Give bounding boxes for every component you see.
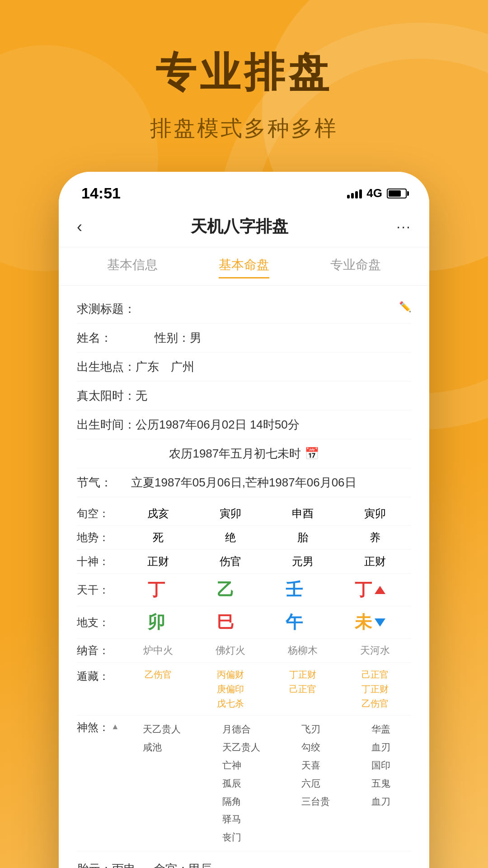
network-type: 4G: [366, 186, 382, 200]
phone-frame: 14:51 4G ‹ 天机八字排盘 ··· 基本信息: [59, 172, 429, 868]
shishen-chart-val-1: 伤官: [220, 554, 241, 569]
tab-basic-info[interactable]: 基本信息: [107, 256, 158, 278]
info-row-solar: 真太阳时： 无: [77, 382, 411, 410]
value-birthtime1: 公历1987年06月02日 14时50分: [136, 417, 411, 433]
shengao-col-1: 月德合天乙贵人亡神孤辰隔角驿马丧门: [222, 720, 260, 846]
label-jieqi: 节气：: [77, 475, 131, 491]
xunkong-val-2: 申酉: [292, 506, 314, 521]
nayin-row: 纳音： 炉中火 佛灯火 杨柳木 天河水: [77, 639, 411, 663]
label-solar: 真太阳时：: [77, 388, 136, 404]
dishi-values: 死 绝 胎 养: [122, 530, 411, 545]
label-birthplace: 出生地点：: [77, 359, 136, 375]
info-row-birthtime2: 农历1987年五月初七未时 📅: [77, 439, 411, 468]
tiangan-val-1: 乙: [217, 578, 234, 601]
canggan-values: 乙伤官 丙偏财庚偏印戊七杀 丁正财己正官 己正官丁正财乙伤官: [122, 667, 411, 711]
status-icons: 4G: [347, 186, 407, 200]
shishen-chart-label: 十神：: [77, 554, 122, 569]
nayin-values: 炉中火 佛灯火 杨柳木 天河水: [122, 644, 411, 657]
canggan-val-1: 丙偏财庚偏印戊七杀: [217, 667, 244, 711]
calendar-icon: 📅: [305, 447, 319, 460]
tiangan-val-2: 壬: [286, 578, 303, 601]
dishi-val-2: 胎: [297, 530, 308, 545]
dizhi-val-2: 午: [286, 611, 303, 634]
nayin-val-0: 炉中火: [143, 644, 173, 657]
shengao-col-2: 飞刃勾绞天喜六厄三台贵: [301, 720, 330, 846]
info-row-jieqi: 节气： 立夏1987年05月06日,芒种1987年06月06日: [77, 468, 411, 497]
taiyuan-row: 胎元：丙申 命宫：甲辰: [77, 859, 411, 868]
dizhi-val-3-wrap: 未: [355, 611, 385, 634]
dizhi-val-1: 巳: [217, 611, 234, 634]
shishen-chart-values: 正财 伤官 元男 正财: [122, 554, 411, 569]
tiangan-val-0: 丁: [148, 578, 165, 601]
dizhi-label: 地支：: [77, 615, 122, 630]
taiyuan-value: 胎元：丙申: [77, 861, 136, 868]
value-solar: 无: [136, 388, 411, 404]
canggan-val-2: 丁正财己正官: [289, 667, 316, 711]
nayin-val-3: 天河水: [360, 644, 390, 657]
phone-container: 14:51 4G ‹ 天机八字排盘 ··· 基本信息: [59, 172, 429, 868]
xunkong-val-0: 戌亥: [147, 506, 169, 521]
info-row-qiuce: 求测标题： ✏️: [77, 295, 411, 324]
shengao-expand-icon[interactable]: ▲: [111, 722, 119, 731]
tiangan-label: 天干：: [77, 583, 122, 597]
tab-basic-chart[interactable]: 基本命盘: [219, 256, 269, 278]
dishi-val-1: 绝: [225, 530, 236, 545]
dishi-row: 地势： 死 绝 胎 养: [77, 526, 411, 550]
info-row-birthtime1: 出生时间： 公历1987年06月02日 14时50分: [77, 410, 411, 439]
main-title: 专业排盘: [0, 45, 488, 100]
dizhi-row: 地支： 卯 巳 午 未: [77, 606, 411, 639]
nayin-val-2: 杨柳木: [288, 644, 318, 657]
value-jieqi: 立夏1987年05月06日,芒种1987年06月06日: [131, 475, 411, 491]
canggan-label: 遁藏：: [77, 667, 122, 684]
value-name: 性别：男: [131, 330, 411, 346]
shengao-col-3: 华盖血刃国印五鬼血刀: [371, 720, 390, 846]
label-name: 姓名：: [77, 330, 131, 346]
tiangan-val-3: 丁: [355, 578, 372, 601]
dizhi-val-3: 未: [355, 611, 372, 634]
battery-icon: [387, 189, 407, 198]
canggan-row: 遁藏： 乙伤官 丙偏财庚偏印戊七杀 丁正财己正官 己正官丁正财乙伤官: [77, 663, 411, 716]
info-row-name: 姓名： 性别：男: [77, 324, 411, 353]
status-time: 14:51: [81, 184, 121, 202]
nayin-label: 纳音：: [77, 643, 122, 658]
chart-section: 旬空： 戌亥 寅卯 申酉 寅卯 地势： 死 绝 胎 养: [77, 502, 411, 851]
shengao-row: 神煞： ▲ 天乙贵人咸池 月德合天乙贵人亡神孤辰隔角驿马丧门 飞刃勾绞天喜六厄三…: [77, 716, 411, 851]
tiangan-val-3-wrap: 丁: [355, 578, 385, 601]
shishen-chart-val-3: 正财: [364, 554, 386, 569]
xunkong-label: 旬空：: [77, 506, 122, 521]
nayin-val-1: 佛灯火: [216, 644, 245, 657]
edit-icon[interactable]: ✏️: [399, 301, 411, 313]
label-birthtime1: 出生时间：: [77, 417, 136, 433]
dishi-val-0: 死: [153, 530, 164, 545]
back-button[interactable]: ‹: [77, 217, 82, 236]
shengao-col-0: 天乙贵人咸池: [143, 720, 181, 846]
dishi-label: 地势：: [77, 530, 122, 545]
value-birthplace: 广东 广州: [136, 359, 411, 375]
shengao-values: 天乙贵人咸池 月德合天乙贵人亡神孤辰隔角驿马丧门 飞刃勾绞天喜六厄三台贵 华盖血…: [122, 720, 411, 846]
info-row-birthplace: 出生地点： 广东 广州: [77, 353, 411, 382]
sub-title: 排盘模式多种多样: [0, 114, 488, 143]
tab-pro-chart[interactable]: 专业命盘: [330, 256, 381, 278]
shishen-chart-val-2: 元男: [292, 554, 314, 569]
xunkong-val-1: 寅卯: [220, 506, 241, 521]
dishi-val-3: 养: [370, 530, 380, 545]
canggan-val-3: 己正官丁正财乙伤官: [361, 667, 389, 711]
nav-bar: ‹ 天机八字排盘 ···: [59, 207, 429, 247]
tiangan-row: 天干： 丁 乙 壬 丁: [77, 574, 411, 606]
nav-title: 天机八字排盘: [191, 216, 288, 238]
content-area: 求测标题： ✏️ 姓名： 性别：男 出生地点： 广东 广州 真太阳时： 无 出生…: [59, 286, 429, 868]
value-birthtime2: 农历1987年五月初七未时 📅: [77, 446, 411, 462]
canggan-val-0: 乙伤官: [145, 667, 172, 711]
minggong-value: 命宫：甲辰: [154, 861, 212, 868]
footer-info: 胎元：丙申 命宫：甲辰: [77, 851, 411, 868]
tiangan-values: 丁 乙 壬 丁: [122, 578, 411, 601]
dizhi-values: 卯 巳 午 未: [122, 611, 411, 634]
shishen-chart-val-0: 正财: [147, 554, 169, 569]
xunkong-val-3: 寅卯: [364, 506, 386, 521]
battery-fill: [389, 190, 401, 197]
xunkong-values: 戌亥 寅卯 申酉 寅卯: [122, 506, 411, 521]
label-qiuce: 求测标题：: [77, 301, 136, 317]
dizhi-val-0: 卯: [148, 611, 165, 634]
down-triangle-icon: [375, 618, 385, 627]
more-button[interactable]: ···: [396, 218, 411, 235]
